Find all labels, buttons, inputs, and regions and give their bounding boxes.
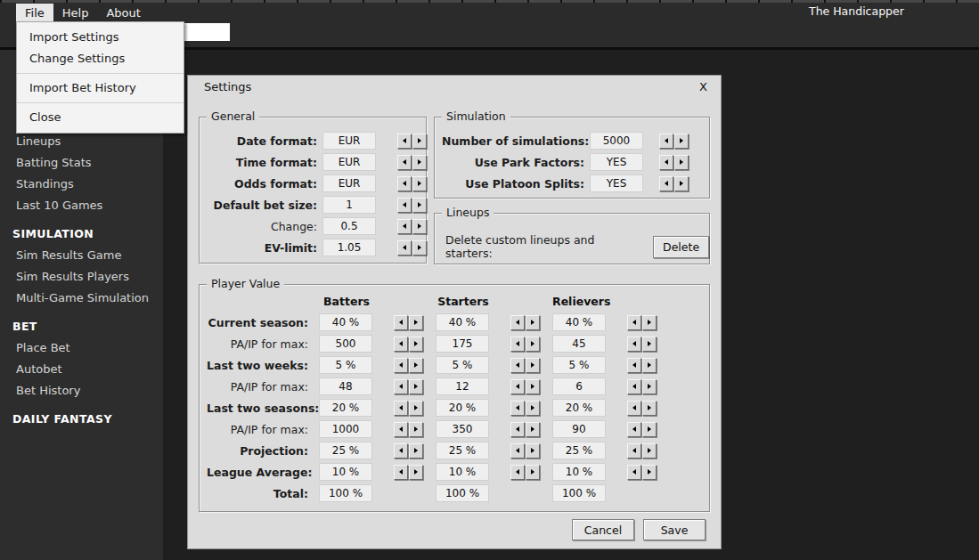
spin-right-button[interactable]: [409, 337, 423, 352]
spin-left-button[interactable]: [394, 443, 408, 459]
spin-right-button[interactable]: [526, 422, 540, 437]
spin-left-button[interactable]: [394, 401, 408, 416]
spin-right-button[interactable]: [526, 379, 540, 394]
spin-left-button[interactable]: [627, 337, 641, 352]
value-box[interactable]: 10 %: [436, 463, 489, 481]
value-box[interactable]: 40 %: [319, 313, 372, 331]
value-box[interactable]: 90: [552, 420, 606, 438]
sidebar-item-batting-stats[interactable]: Batting Stats: [0, 152, 163, 174]
spin-left-button[interactable]: [397, 198, 412, 213]
spin-left-button[interactable]: [394, 422, 408, 437]
spin-left-button[interactable]: [397, 134, 412, 149]
spin-right-button[interactable]: [642, 337, 657, 352]
spin-right-button[interactable]: [409, 465, 423, 480]
value-box[interactable]: 6: [552, 377, 606, 395]
spin-right-button[interactable]: [409, 358, 423, 373]
sidebar-item-autobet[interactable]: Autobet: [0, 359, 163, 380]
value-box[interactable]: 48: [319, 377, 372, 395]
spin-left-button[interactable]: [659, 155, 673, 170]
value-box[interactable]: 350: [436, 420, 489, 438]
value-box[interactable]: 25 %: [436, 442, 489, 459]
spin-right-button[interactable]: [412, 176, 427, 191]
spin-left-button[interactable]: [397, 155, 412, 170]
spin-right-button[interactable]: [674, 155, 689, 170]
spin-left-button[interactable]: [397, 176, 412, 191]
use-platoon-splits-value[interactable]: YES: [590, 174, 643, 192]
spin-left-button[interactable]: [397, 240, 412, 256]
menu-item-import-settings[interactable]: Import Settings: [17, 27, 184, 48]
value-box[interactable]: 25 %: [319, 442, 372, 459]
spin-right-button[interactable]: [412, 240, 427, 256]
spin-left-button[interactable]: [510, 422, 525, 437]
spin-left-button[interactable]: [394, 337, 408, 352]
value-box[interactable]: 175: [436, 335, 489, 353]
close-icon[interactable]: X: [697, 79, 710, 94]
spin-left-button[interactable]: [659, 134, 673, 149]
spin-left-button[interactable]: [627, 379, 641, 394]
save-button[interactable]: Save: [643, 519, 706, 540]
spin-left-button[interactable]: [510, 379, 525, 394]
menu-help[interactable]: Help: [53, 4, 98, 22]
spin-right-button[interactable]: [412, 198, 427, 213]
spin-right-button[interactable]: [674, 176, 689, 191]
value-box[interactable]: 20 %: [319, 399, 372, 417]
value-box[interactable]: 5 %: [319, 356, 372, 374]
spin-right-button[interactable]: [409, 379, 423, 394]
sidebar-item-place-bet[interactable]: Place Bet: [0, 337, 163, 359]
default-bet-size-value[interactable]: 1: [322, 196, 376, 214]
odds-format-value[interactable]: EUR: [322, 174, 376, 192]
spin-left-button[interactable]: [510, 443, 525, 459]
menu-item-import-bet-history[interactable]: Import Bet History: [17, 77, 184, 99]
value-box[interactable]: 45: [552, 335, 606, 353]
spin-left-button[interactable]: [510, 401, 525, 416]
delete-button[interactable]: Delete: [653, 236, 709, 258]
spin-left-button[interactable]: [394, 315, 408, 330]
spin-left-button[interactable]: [627, 315, 641, 330]
value-box[interactable]: 12: [436, 377, 489, 395]
spin-left-button[interactable]: [659, 176, 673, 191]
spin-right-button[interactable]: [409, 443, 423, 459]
spin-right-button[interactable]: [642, 465, 657, 480]
value-box[interactable]: 10 %: [552, 463, 606, 481]
sidebar-item-multi-game-simulation[interactable]: Multi-Game Simulation: [0, 288, 163, 309]
toolbar-input[interactable]: [184, 23, 230, 41]
spin-left-button[interactable]: [394, 358, 408, 373]
spin-right-button[interactable]: [526, 465, 540, 480]
date-format-value[interactable]: EUR: [322, 132, 376, 150]
sidebar-item-last-10-games[interactable]: Last 10 Games: [0, 195, 163, 216]
time-format-value[interactable]: EUR: [322, 153, 376, 171]
spin-right-button[interactable]: [412, 155, 427, 170]
spin-right-button[interactable]: [642, 401, 657, 416]
spin-right-button[interactable]: [526, 337, 540, 352]
sidebar-item-sim-results-players[interactable]: Sim Results Players: [0, 266, 163, 288]
spin-left-button[interactable]: [510, 358, 525, 373]
cancel-button[interactable]: Cancel: [572, 519, 634, 540]
spin-right-button[interactable]: [409, 401, 423, 416]
spin-left-button[interactable]: [394, 379, 408, 394]
spin-right-button[interactable]: [642, 358, 657, 373]
spin-right-button[interactable]: [526, 443, 540, 459]
sidebar-item-bet-history[interactable]: Bet History: [0, 380, 163, 402]
spin-right-button[interactable]: [642, 379, 657, 394]
spin-left-button[interactable]: [627, 465, 641, 480]
spin-left-button[interactable]: [627, 422, 641, 437]
ev-limit-value[interactable]: 1.05: [322, 239, 376, 256]
number-of-simulations-value[interactable]: 5000: [590, 132, 643, 150]
spin-right-button[interactable]: [526, 401, 540, 416]
spin-left-button[interactable]: [394, 465, 408, 480]
spin-left-button[interactable]: [510, 337, 525, 352]
spin-right-button[interactable]: [642, 443, 657, 459]
value-box[interactable]: 20 %: [552, 399, 606, 417]
spin-right-button[interactable]: [674, 134, 689, 149]
spin-right-button[interactable]: [642, 422, 657, 437]
spin-right-button[interactable]: [526, 315, 540, 330]
spin-left-button[interactable]: [397, 219, 412, 234]
spin-right-button[interactable]: [409, 315, 423, 330]
sidebar-item-sim-results-game[interactable]: Sim Results Game: [0, 245, 163, 266]
spin-right-button[interactable]: [642, 315, 657, 330]
sidebar-item-standings[interactable]: Standings: [0, 174, 163, 195]
spin-right-button[interactable]: [412, 134, 427, 149]
menu-file[interactable]: File: [16, 4, 53, 22]
value-box[interactable]: 1000: [319, 420, 372, 438]
spin-right-button[interactable]: [412, 219, 427, 234]
